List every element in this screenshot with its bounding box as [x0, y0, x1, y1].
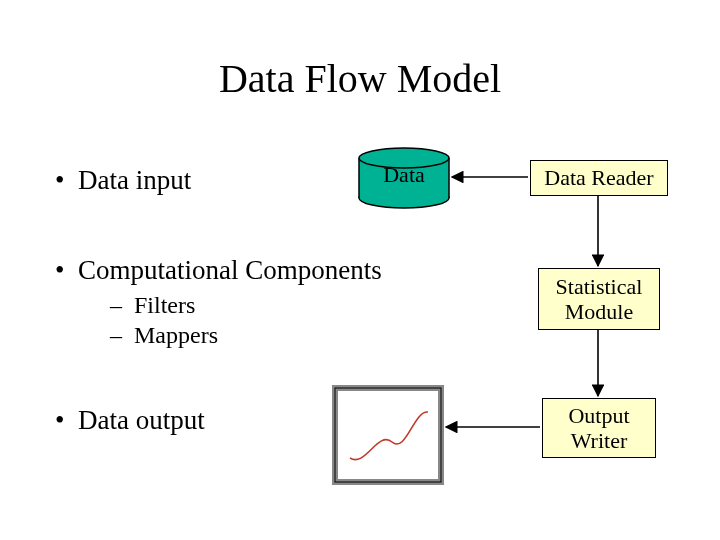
cylinder-label: Data	[359, 162, 449, 188]
box-label: Output Writer	[543, 403, 655, 454]
bullet-data-output: • Data output	[55, 405, 205, 436]
subbullet-mappers: – Mappers	[110, 322, 218, 349]
bullet-computational: • Computational Components	[55, 255, 382, 286]
subbullet-text: Mappers	[134, 322, 218, 348]
bullet-data-input: • Data input	[55, 165, 191, 196]
bullet-text: Computational Components	[78, 255, 382, 285]
subbullet-text: Filters	[134, 292, 195, 318]
box-statistical-module: Statistical Module	[538, 268, 660, 330]
svg-rect-6	[335, 388, 441, 482]
box-label: Statistical Module	[539, 274, 659, 325]
svg-point-0	[359, 188, 449, 208]
box-data-reader: Data Reader	[530, 160, 668, 196]
box-label: Data Reader	[544, 165, 653, 190]
box-output-writer: Output Writer	[542, 398, 656, 458]
bullet-text: Data input	[78, 165, 191, 195]
subbullet-filters: – Filters	[110, 292, 195, 319]
bullet-text: Data output	[78, 405, 205, 435]
svg-rect-5	[335, 388, 441, 482]
slide-title: Data Flow Model	[0, 55, 720, 102]
